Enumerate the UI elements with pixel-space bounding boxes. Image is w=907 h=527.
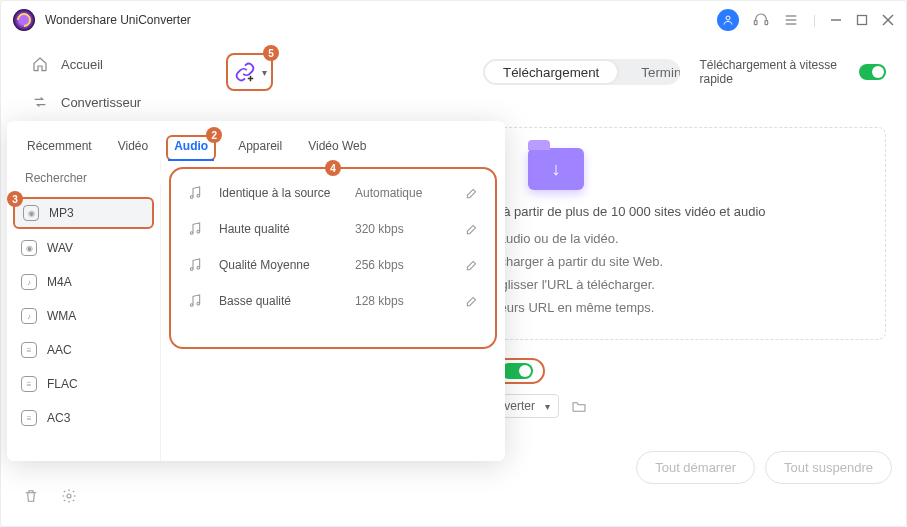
tab-download[interactable]: Téléchargement bbox=[485, 61, 617, 83]
svg-point-16 bbox=[190, 232, 193, 235]
window-minimize-button[interactable] bbox=[830, 14, 842, 26]
app-window: Wondershare UniConverter | bbox=[0, 0, 907, 527]
segmented-tabs: Téléchargement Terminé bbox=[483, 59, 680, 85]
music-note-icon bbox=[187, 257, 203, 273]
folder-download-icon: ↓ bbox=[528, 148, 584, 190]
titlebar: Wondershare UniConverter | bbox=[1, 1, 906, 39]
svg-rect-1 bbox=[754, 21, 757, 25]
quality-option[interactable]: Basse qualité 128 kbps bbox=[175, 283, 491, 319]
audio-file-icon: ♪ bbox=[21, 274, 37, 290]
format-search[interactable] bbox=[19, 171, 148, 185]
trash-icon[interactable] bbox=[23, 488, 39, 504]
svg-point-21 bbox=[197, 302, 200, 305]
dropzone-text: l'audio ou de la vidéo. bbox=[493, 231, 618, 246]
panel-tab-video[interactable]: Vidéo bbox=[114, 135, 152, 161]
edit-icon[interactable] bbox=[465, 222, 479, 236]
format-label: FLAC bbox=[47, 377, 78, 391]
add-url-button[interactable]: 5 ▾ bbox=[226, 53, 273, 91]
quality-label: Basse qualité bbox=[219, 294, 339, 308]
flac-icon: ≡ bbox=[21, 376, 37, 392]
settings-gear-icon[interactable] bbox=[61, 488, 77, 504]
svg-point-15 bbox=[197, 194, 200, 197]
format-item-ac3[interactable]: ≡AC3 bbox=[7, 401, 160, 435]
app-title: Wondershare UniConverter bbox=[45, 13, 191, 27]
start-all-button[interactable]: Tout démarrer bbox=[636, 451, 755, 484]
format-label: M4A bbox=[47, 275, 72, 289]
disc-icon: ◉ bbox=[23, 205, 39, 221]
quality-label: Qualité Moyenne bbox=[219, 258, 339, 272]
menu-icon[interactable] bbox=[783, 12, 799, 28]
chevron-down-icon: ▾ bbox=[262, 67, 267, 78]
audio-file-icon: ♪ bbox=[21, 308, 37, 324]
home-icon bbox=[31, 55, 49, 73]
sidebar-item-converter[interactable]: Convertisseur bbox=[9, 85, 188, 119]
account-avatar-icon[interactable] bbox=[717, 9, 739, 31]
pause-all-button[interactable]: Tout suspendre bbox=[765, 451, 892, 484]
svg-point-10 bbox=[67, 494, 71, 498]
quality-label: Identique à la source bbox=[219, 186, 339, 200]
format-item-wma[interactable]: ♪WMA bbox=[7, 299, 160, 333]
panel-tab-device[interactable]: Appareil bbox=[234, 135, 286, 161]
fast-download-label: Téléchargement à vitesse rapide bbox=[700, 58, 849, 86]
step-badge-3: 3 bbox=[7, 191, 23, 207]
quality-value: 320 kbps bbox=[355, 222, 449, 236]
svg-point-17 bbox=[197, 230, 200, 233]
format-label: WAV bbox=[47, 241, 73, 255]
fast-download-toggle[interactable] bbox=[859, 64, 886, 80]
edit-icon[interactable] bbox=[465, 258, 479, 272]
svg-point-14 bbox=[190, 196, 193, 199]
format-panel: Récemment Vidéo 2 Audio Appareil Vidéo W… bbox=[7, 121, 505, 461]
sidebar-bottom bbox=[1, 474, 196, 518]
music-note-icon bbox=[187, 293, 203, 309]
panel-tab-recent[interactable]: Récemment bbox=[23, 135, 96, 161]
format-label: MP3 bbox=[49, 206, 74, 220]
music-note-icon bbox=[187, 221, 203, 237]
panel-tab-webvideo[interactable]: Vidéo Web bbox=[304, 135, 370, 161]
ac3-icon: ≡ bbox=[21, 410, 37, 426]
svg-point-20 bbox=[190, 304, 193, 307]
format-item-mp3[interactable]: 3 ◉ MP3 bbox=[13, 197, 154, 229]
quality-option[interactable]: Haute qualité 320 kbps bbox=[175, 211, 491, 247]
svg-rect-2 bbox=[765, 21, 768, 25]
open-folder-icon[interactable] bbox=[571, 398, 587, 414]
step-badge-2: 2 bbox=[206, 127, 222, 143]
window-maximize-button[interactable] bbox=[856, 14, 868, 26]
quality-option[interactable]: Identique à la source Automatique bbox=[175, 175, 491, 211]
format-label: AAC bbox=[47, 343, 72, 357]
step-badge-4: 4 bbox=[325, 160, 341, 176]
convert-icon bbox=[31, 93, 49, 111]
support-headset-icon[interactable] bbox=[753, 12, 769, 28]
chevron-down-icon: ▾ bbox=[545, 401, 550, 412]
quality-value: Automatique bbox=[355, 186, 449, 200]
step-badge-5: 5 bbox=[263, 45, 279, 61]
panel-tab-audio[interactable]: 2 Audio bbox=[166, 135, 216, 161]
format-item-wav[interactable]: ◉WAV bbox=[7, 231, 160, 265]
disc-icon: ◉ bbox=[21, 240, 37, 256]
music-note-icon bbox=[187, 185, 203, 201]
format-item-m4a[interactable]: ♪M4A bbox=[7, 265, 160, 299]
svg-point-0 bbox=[726, 16, 730, 20]
format-label: WMA bbox=[47, 309, 76, 323]
format-item-flac[interactable]: ≡FLAC bbox=[7, 367, 160, 401]
svg-rect-7 bbox=[858, 16, 867, 25]
sidebar-item-label: Accueil bbox=[61, 57, 103, 72]
sidebar-item-home[interactable]: Accueil bbox=[9, 47, 188, 81]
format-item-aac[interactable]: ≡AAC bbox=[7, 333, 160, 367]
edit-icon[interactable] bbox=[465, 186, 479, 200]
svg-point-18 bbox=[190, 268, 193, 271]
link-plus-icon bbox=[232, 59, 258, 85]
mode-toggle[interactable] bbox=[501, 363, 533, 379]
search-input[interactable] bbox=[25, 171, 175, 185]
window-close-button[interactable] bbox=[882, 14, 894, 26]
quality-list: 4 Identique à la source Automatique Haut… bbox=[169, 167, 497, 349]
app-logo-icon bbox=[13, 9, 35, 31]
edit-icon[interactable] bbox=[465, 294, 479, 308]
quality-value: 256 kbps bbox=[355, 258, 449, 272]
svg-point-19 bbox=[197, 266, 200, 269]
aac-icon: ≡ bbox=[21, 342, 37, 358]
quality-option[interactable]: Qualité Moyenne 256 kbps bbox=[175, 247, 491, 283]
quality-label: Haute qualité bbox=[219, 222, 339, 236]
quality-value: 128 kbps bbox=[355, 294, 449, 308]
tab-done[interactable]: Terminé bbox=[619, 59, 679, 85]
sidebar-item-label: Convertisseur bbox=[61, 95, 141, 110]
